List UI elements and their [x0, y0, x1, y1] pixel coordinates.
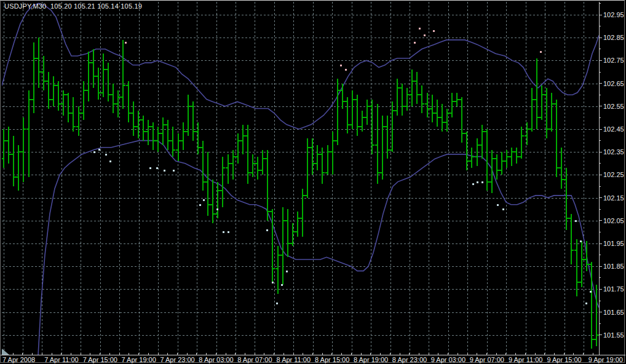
signal-dot-up — [433, 30, 435, 32]
ohlc-bar — [6, 127, 11, 163]
upper-band-line — [2, 3, 599, 129]
signal-dot-down — [149, 167, 151, 169]
signal-dot-down — [109, 160, 111, 162]
ohlc-bar — [489, 150, 494, 194]
ohlc-bar — [181, 122, 186, 150]
ohlc-bar — [534, 58, 539, 129]
signal-dot-down — [590, 291, 592, 293]
time-axis-label: 7 Apr 2008 — [2, 356, 35, 363]
grid-layer — [2, 2, 599, 354]
signal-dot-down — [276, 303, 278, 304]
ohlc-bar — [380, 116, 385, 180]
lower-band-line — [38, 141, 599, 356]
time-axis-label: 7 Apr 15:00 — [83, 356, 117, 363]
ohlc-bar — [106, 63, 111, 101]
ohlc-bar — [121, 40, 125, 109]
ohlc-bar — [240, 125, 245, 154]
ohlc-bar — [410, 69, 414, 106]
chart-title: USDJPY,M30 105.20 105.21 105.14 105.19 — [4, 2, 142, 10]
price-axis-label: 101.55 — [603, 331, 624, 339]
ohlc-bar — [196, 122, 200, 154]
ohlc-bar — [200, 141, 205, 191]
ohlc-bar — [569, 214, 574, 264]
signal-dot-up — [345, 69, 347, 71]
price-axis-label: 101.75 — [603, 285, 624, 293]
ohlc-bar — [250, 154, 255, 177]
ohlc-bar — [255, 157, 260, 180]
ohlc-bar — [76, 106, 81, 136]
price-axis-label: 102.35 — [603, 148, 624, 156]
corner-triangle-icon — [2, 349, 9, 355]
ohlc-bar — [21, 117, 26, 181]
chart-window: USDJPY,M30 105.20 105.21 105.14 105.19 1… — [0, 0, 625, 363]
ohlc-bar — [365, 100, 370, 125]
time-axis-label: 8 Apr 07:00 — [237, 356, 272, 363]
signal-dot-down — [281, 284, 283, 286]
ohlc-bar — [186, 95, 191, 136]
signal-dot-down — [93, 151, 95, 153]
ohlc-bar — [226, 154, 231, 184]
signal-dot-down — [472, 183, 474, 185]
ohlc-bar — [151, 122, 156, 150]
ohlc-bar — [480, 125, 485, 159]
signal-dot-down — [203, 199, 205, 201]
ohlc-bar — [66, 93, 71, 122]
ohlc-bar — [395, 79, 400, 116]
signal-dot-down — [502, 208, 504, 210]
price-axis-label: 102.95 — [603, 11, 624, 18]
time-axis-label: 8 Apr 19:00 — [354, 356, 388, 363]
ohlc-bar — [454, 93, 459, 106]
ohlc-bar — [11, 136, 16, 186]
ohlc-bar — [265, 150, 270, 221]
time-axis-label: 9 Apr 19:00 — [588, 356, 623, 363]
ohlc-bar — [579, 241, 584, 287]
ohlc-bar — [176, 133, 181, 161]
price-axis-label: 102.85 — [603, 34, 624, 41]
signal-dot-down — [105, 154, 107, 156]
ohlc-bar — [509, 148, 514, 166]
ohlc-bar — [360, 111, 365, 132]
ohlc-bar — [26, 90, 31, 177]
ohlc-bar — [191, 101, 196, 140]
ohlc-bar — [205, 152, 210, 216]
ohlc-bar — [525, 122, 529, 145]
ohlc-bar — [440, 104, 445, 132]
signal-dot-up — [340, 65, 342, 66]
ohlc-bar — [549, 93, 554, 132]
signal-dot-down — [228, 231, 229, 233]
ohlc-bar — [330, 132, 335, 175]
ohlc-bar — [464, 132, 469, 170]
ohlc-bar — [236, 133, 240, 163]
time-axis-label: 9 Apr 11:00 — [509, 356, 542, 363]
signal-dot-up — [414, 42, 416, 44]
price-chart-canvas[interactable]: 102.95102.85102.75102.65102.55102.45102.… — [1, 1, 625, 363]
ohlc-bar — [86, 52, 91, 102]
signal-dot-down — [98, 149, 100, 151]
ohlc-bar — [529, 88, 534, 132]
ohlc-bar — [170, 127, 175, 156]
signal-dot-up — [419, 28, 421, 30]
ohlc-bar — [494, 154, 499, 180]
ohlc-bar — [1, 129, 6, 168]
ohlc-bar — [215, 182, 220, 219]
price-axis-label: 102.05 — [603, 217, 624, 224]
price-axis-label: 102.45 — [603, 125, 624, 133]
ohlc-bar — [280, 207, 285, 285]
ohlc-bar — [160, 117, 165, 145]
ohlc-bar — [285, 209, 290, 257]
ohlc-bar — [514, 148, 519, 164]
time-axis-label: 7 Apr 19:00 — [122, 356, 156, 363]
signal-dot-up — [540, 51, 542, 53]
ohlc-bar — [91, 49, 96, 88]
ohlc-bar — [539, 85, 544, 120]
ohlc-bar — [46, 72, 51, 109]
ohlc-bar — [315, 145, 320, 170]
time-axis-label: 8 Apr 03:00 — [199, 356, 233, 363]
signal-dot-down — [286, 271, 288, 272]
ohlc-bar — [430, 95, 435, 122]
ohlc-bar — [126, 81, 131, 122]
ohlc-bar — [101, 53, 106, 97]
ohlc-bar — [405, 88, 410, 111]
ohlc-bar — [325, 145, 330, 175]
price-axis-label: 102.75 — [603, 57, 624, 64]
